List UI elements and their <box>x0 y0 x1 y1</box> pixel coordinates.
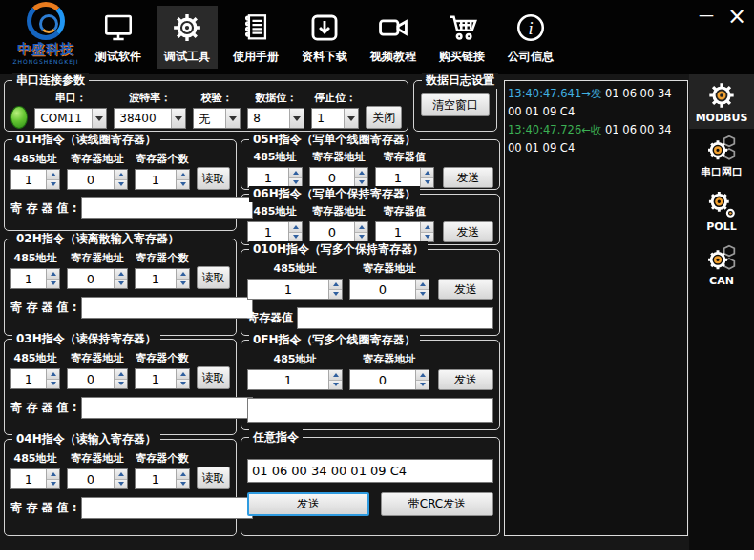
addr-485-input[interactable] <box>11 269 46 288</box>
spin-down-button[interactable] <box>416 381 429 390</box>
register-count-stepper[interactable] <box>135 468 190 489</box>
addr-485-stepper[interactable] <box>247 167 303 188</box>
addr-485-stepper[interactable] <box>247 221 303 242</box>
toolbar-item-video-tutorials[interactable]: 视频教程 <box>363 6 424 69</box>
sidebar-item-modbus[interactable]: MODBUS <box>689 74 754 129</box>
register-addr-input[interactable] <box>68 469 114 488</box>
toolbar-item-downloads[interactable]: 资料下载 <box>294 6 355 69</box>
parity-select[interactable]: 无 <box>193 108 241 129</box>
clear-log-button[interactable]: 清空窗口 <box>421 93 490 116</box>
register-addr-stepper[interactable] <box>349 369 429 390</box>
addr-485-input[interactable] <box>11 170 46 189</box>
spin-up-button[interactable] <box>329 280 342 290</box>
register-value-input[interactable] <box>376 168 420 187</box>
serial-close-button[interactable]: 关闭 <box>366 106 402 129</box>
addr-485-stepper[interactable] <box>10 468 60 489</box>
spin-down-button[interactable] <box>355 233 367 242</box>
toolbar-item-test-software[interactable]: 测试软件 <box>88 6 149 69</box>
register-addr-input[interactable] <box>68 170 114 189</box>
register-addr-input[interactable] <box>68 369 114 388</box>
spin-up-button[interactable] <box>47 469 59 480</box>
stopbits-select[interactable]: 1 <box>311 108 359 129</box>
register-addr-stepper[interactable] <box>309 167 368 188</box>
addr-485-stepper[interactable] <box>10 268 60 289</box>
register-addr-input[interactable] <box>350 370 415 389</box>
spin-down-button[interactable] <box>115 380 127 389</box>
send-button[interactable]: 发送 <box>443 167 493 188</box>
read-button[interactable]: 读取 <box>197 167 230 190</box>
read-button[interactable]: 读取 <box>197 266 230 289</box>
register-addr-input[interactable] <box>310 168 354 187</box>
spin-up-button[interactable] <box>115 269 127 280</box>
addr-485-stepper[interactable] <box>10 368 60 389</box>
register-addr-input[interactable] <box>350 280 415 299</box>
spin-down-button[interactable] <box>115 280 127 289</box>
spin-down-button[interactable] <box>289 233 302 242</box>
spin-down-button[interactable] <box>47 380 59 389</box>
register-count-input[interactable] <box>136 170 176 189</box>
addr-485-input[interactable] <box>248 222 288 241</box>
spin-down-button[interactable] <box>47 480 59 489</box>
close-button[interactable]: × <box>727 6 746 27</box>
toolbar-item-debug-tools[interactable]: 调试工具 <box>157 6 218 69</box>
spin-up-button[interactable] <box>115 469 127 480</box>
register-value-input[interactable] <box>81 397 253 419</box>
spin-up-button[interactable] <box>47 170 59 180</box>
register-addr-stepper[interactable] <box>349 279 429 300</box>
spin-up-button[interactable] <box>289 222 302 233</box>
toolbar-item-company-info[interactable]: i 公司信息 <box>500 6 561 69</box>
register-value-input[interactable] <box>247 398 493 423</box>
spin-up-button[interactable] <box>289 168 302 178</box>
register-addr-stepper[interactable] <box>67 268 128 289</box>
register-value-input[interactable] <box>81 197 253 219</box>
spin-down-button[interactable] <box>177 480 189 489</box>
spin-up-button[interactable] <box>177 269 189 280</box>
addr-485-input[interactable] <box>11 369 46 388</box>
addr-485-input[interactable] <box>11 469 46 488</box>
spin-up-button[interactable] <box>177 170 189 180</box>
spin-down-button[interactable] <box>115 180 127 190</box>
spin-down-button[interactable] <box>47 180 59 190</box>
addr-485-input[interactable] <box>248 370 328 389</box>
spin-down-button[interactable] <box>421 178 433 188</box>
spin-up-button[interactable] <box>115 170 127 180</box>
spin-up-button[interactable] <box>416 370 429 381</box>
read-button[interactable]: 读取 <box>197 467 230 489</box>
log-panel[interactable]: 13:40:47.641→发 01 06 00 34 00 01 09 C4 1… <box>504 80 688 536</box>
register-addr-stepper[interactable] <box>67 468 128 489</box>
register-count-input[interactable] <box>136 369 176 388</box>
register-value-stepper[interactable] <box>375 221 434 242</box>
spin-up-button[interactable] <box>47 369 59 380</box>
sidebar-item-serial-ethernet[interactable]: 串口网口 <box>689 129 754 183</box>
register-addr-stepper[interactable] <box>309 221 368 242</box>
send-button[interactable]: 发送 <box>438 369 493 390</box>
spin-up-button[interactable] <box>329 370 342 381</box>
register-count-input[interactable] <box>136 469 176 488</box>
spin-up-button[interactable] <box>177 369 189 380</box>
port-select[interactable]: COM11 <box>34 108 107 129</box>
register-value-input[interactable] <box>376 222 420 241</box>
spin-down-button[interactable] <box>329 381 342 390</box>
send-button[interactable]: 发送 <box>438 279 493 300</box>
spin-up-button[interactable] <box>355 222 367 233</box>
sidebar-item-can[interactable]: CAN <box>689 238 754 292</box>
register-value-input[interactable] <box>297 307 493 329</box>
register-addr-stepper[interactable] <box>67 368 128 389</box>
spin-up-button[interactable] <box>355 168 367 178</box>
spin-down-button[interactable] <box>416 290 429 300</box>
register-count-stepper[interactable] <box>135 169 190 190</box>
register-addr-stepper[interactable] <box>67 169 128 190</box>
minimize-button[interactable]: — <box>699 6 714 25</box>
register-count-input[interactable] <box>136 269 176 288</box>
spin-down-button[interactable] <box>115 480 127 489</box>
register-count-stepper[interactable] <box>135 368 190 389</box>
addr-485-stepper[interactable] <box>10 169 60 190</box>
sidebar-item-poll[interactable]: POLL <box>689 183 754 238</box>
addr-485-input[interactable] <box>248 280 328 299</box>
databits-select[interactable]: 8 <box>247 108 304 129</box>
spin-up-button[interactable] <box>115 369 127 380</box>
spin-up-button[interactable] <box>421 168 433 178</box>
register-value-input[interactable] <box>81 497 253 519</box>
baudrate-select[interactable]: 38400 <box>114 108 186 129</box>
toolbar-item-user-manual[interactable]: 使用手册 <box>225 6 286 69</box>
